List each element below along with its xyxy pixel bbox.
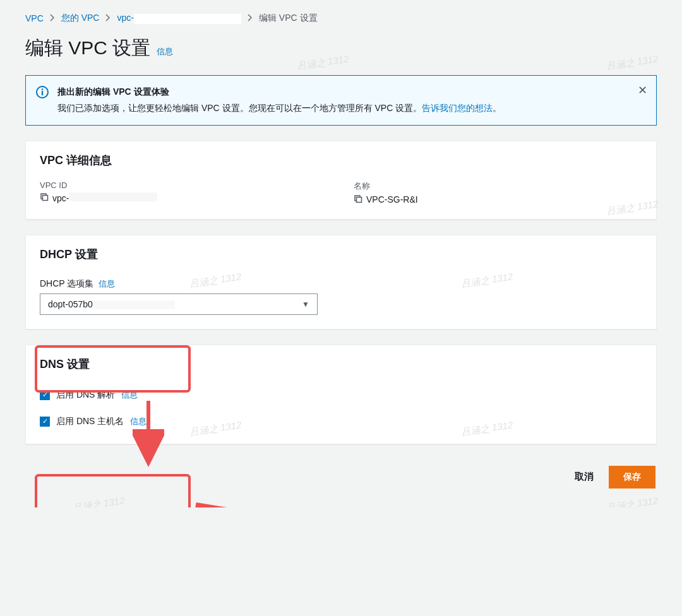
svg-rect-6 [357,197,362,202]
dns-resolve-info-link[interactable]: 信息 [121,389,138,401]
info-banner: 推出新的编辑 VPC 设置体验 我们已添加选项，让您更轻松地编辑 VPC 设置。… [25,75,657,126]
close-icon[interactable]: ✕ [638,85,647,96]
info-icon [36,85,49,116]
breadcrumb-link-your-vpc[interactable]: 您的 VPC [61,13,100,24]
banner-title: 推出新的编辑 VPC 设置体验 [57,85,646,100]
banner-body: 我们已添加选项，让您更轻松地编辑 VPC 设置。您现在可以在一个地方管理所有 V… [57,101,646,116]
save-button[interactable]: 保存 [609,466,655,489]
chevron-right-icon [105,13,111,23]
dhcp-panel: DHCP 设置 DHCP 选项集 信息 dopt-057b0 ▼ [25,235,657,329]
enable-dns-resolve-label: 启用 DNS 解析 [56,389,115,401]
dns-heading: DNS 设置 [26,345,656,379]
chevron-right-icon [50,13,55,23]
page-title-info-link[interactable]: 信息 [157,46,173,57]
footer-actions: 取消 保存 [25,459,657,489]
svg-point-1 [42,88,44,90]
copy-icon[interactable] [40,192,49,203]
vpc-id-label: VPC ID [40,181,328,190]
banner-feedback-link[interactable]: 告诉我们您的想法 [422,103,493,113]
dhcp-selected-value: dopt-057b0 [48,299,175,309]
dns-hostname-info-link[interactable]: 信息 [130,416,147,427]
chevron-right-icon [248,13,253,23]
dns-panel: DNS 设置 ✓ 启用 DNS 解析 信息 ✓ 启用 DNS 主机名 信息 [25,345,657,444]
dhcp-optionset-label: DHCP 选项集 [40,278,93,290]
vpc-details-panel: VPC 详细信息 VPC ID vpc- 名称 [25,141,657,220]
page-title: 编辑 VPC 设置 [25,35,150,61]
chevron-down-icon: ▼ [302,300,309,309]
enable-dns-resolve-checkbox[interactable]: ✓ [40,390,50,400]
cancel-button[interactable]: 取消 [568,466,600,488]
dhcp-optionset-select[interactable]: dopt-057b0 ▼ [40,293,318,315]
dhcp-info-link[interactable]: 信息 [99,278,115,290]
vpc-details-heading: VPC 详细信息 [26,141,656,175]
breadcrumb-link-vpc-id[interactable]: vpc- [117,13,241,23]
vpc-name-value: VPC-SG-R&I [366,194,418,204]
copy-icon[interactable] [354,194,362,205]
breadcrumb: VPC 您的 VPC vpc- 编辑 VPC 设置 [25,13,657,24]
vpc-id-value: vpc- [52,192,157,203]
dhcp-heading: DHCP 设置 [26,235,656,270]
vpc-name-label: 名称 [354,181,642,192]
breadcrumb-link-vpc[interactable]: VPC [25,13,44,23]
enable-dns-hostname-checkbox[interactable]: ✓ [40,417,50,427]
breadcrumb-current: 编辑 VPC 设置 [259,13,318,24]
svg-rect-2 [42,91,43,95]
enable-dns-hostname-label: 启用 DNS 主机名 [56,416,124,427]
svg-rect-4 [43,195,48,200]
